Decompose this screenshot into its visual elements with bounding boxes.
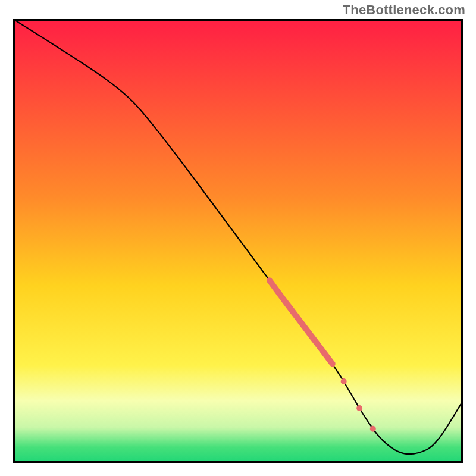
highlight-segment: [270, 280, 333, 364]
highlight-point: [341, 378, 347, 384]
watermark-text: TheBottleneck.com: [343, 2, 465, 18]
plot-area: [13, 19, 463, 463]
bottleneck-curve: [13, 19, 463, 454]
chart-foreground: [13, 19, 463, 463]
chart-stage: TheBottleneck.com: [0, 0, 476, 476]
highlight-point: [370, 426, 376, 432]
highlight-point: [356, 405, 362, 411]
